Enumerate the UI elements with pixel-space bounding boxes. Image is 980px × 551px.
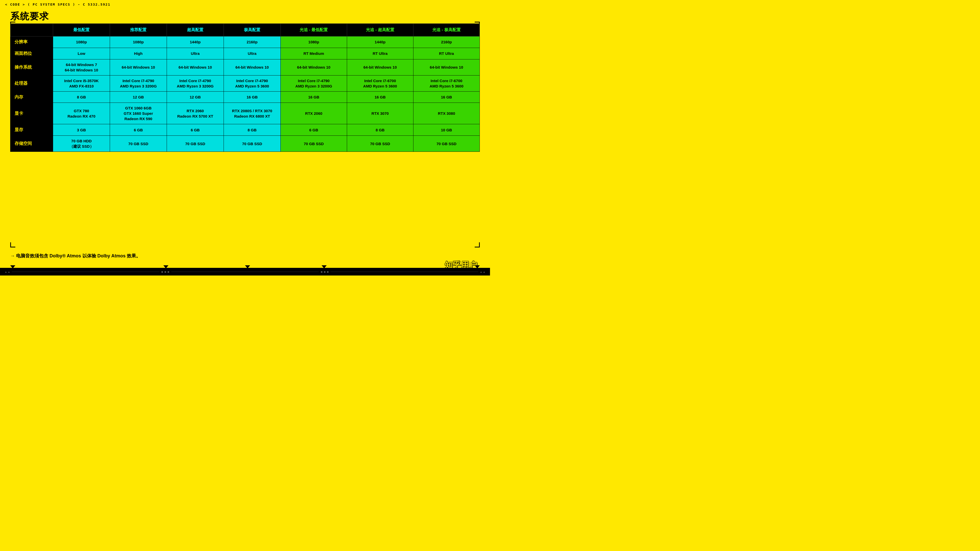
- row-label-7: 存储空间: [11, 136, 53, 152]
- bottom-bar-text-left: ▲ ▲: [5, 270, 10, 273]
- bottom-bar-text-mid2: ■ ■ ■: [321, 270, 328, 273]
- col-header-extreme: 极高配置: [224, 24, 280, 37]
- cell-r0-c3: 2160p: [224, 37, 280, 48]
- breadcrumb: < CODE > ( PC SYSTEM SPECS ) - C 5332.59…: [5, 3, 110, 6]
- row-label-0: 分辨率: [11, 37, 53, 48]
- cell-r6-c2: 6 GB: [167, 124, 224, 136]
- col-header-rt-extreme: 光追 - 极高配置: [413, 24, 479, 37]
- cell-r2-c2: 64-bit Windows 10: [167, 59, 224, 75]
- cell-r1-c1: High: [110, 48, 167, 59]
- bottom-bar-line-3: [331, 272, 478, 272]
- cell-r0-c5: 1440p: [347, 37, 413, 48]
- cell-r2-c6: 64-bit Windows 10: [413, 59, 479, 75]
- cell-r4-c4: 16 GB: [280, 91, 347, 103]
- cell-r6-c4: 6 GB: [280, 124, 347, 136]
- cell-r7-c3: 70 GB SSD: [224, 136, 280, 152]
- bottom-bar-text-right: ▲ ▲: [480, 270, 485, 273]
- cell-r2-c4: 64-bit Windows 10: [280, 59, 347, 75]
- cell-r4-c0: 8 GB: [53, 91, 110, 103]
- cell-r3-c2: Intel Core i7-4790AMD Ryzen 3 3200G: [167, 75, 224, 91]
- col-header-recommended: 推荐配置: [110, 24, 167, 37]
- cell-r6-c1: 6 GB: [110, 124, 167, 136]
- col-header-min: 最低配置: [53, 24, 110, 37]
- cell-r2-c5: 64-bit Windows 10: [347, 59, 413, 75]
- row-label-2: 操作系统: [11, 59, 53, 75]
- cell-r1-c0: Low: [53, 48, 110, 59]
- row-label-1: 画面档位: [11, 48, 53, 59]
- row-label-6: 显存: [11, 124, 53, 136]
- cell-r4-c6: 16 GB: [413, 91, 479, 103]
- cell-r4-c2: 12 GB: [167, 91, 224, 103]
- cell-r5-c3: RTX 2080S / RTX 3070Radeon RX 6800 XT: [224, 103, 280, 124]
- cell-r2-c1: 64-bit Windows 10: [110, 59, 167, 75]
- cell-r5-c4: RTX 2060: [280, 103, 347, 124]
- cell-r2-c3: 64-bit Windows 10: [224, 59, 280, 75]
- cell-r5-c0: GTX 780Radeon RX 470: [53, 103, 110, 124]
- cell-r7-c6: 70 GB SSD: [413, 136, 479, 152]
- col-header-ultra: 超高配置: [167, 24, 224, 37]
- bottom-bar-line-1: [12, 272, 159, 272]
- cell-r4-c3: 16 GB: [224, 91, 280, 103]
- cell-r3-c3: Intel Core i7-4790AMD Ryzen 5 3600: [224, 75, 280, 91]
- cell-r6-c0: 3 GB: [53, 124, 110, 136]
- specs-table-container: 最低配置 推荐配置 超高配置 极高配置 光追 - 最低配置 光追 - 超高配置 …: [10, 24, 480, 245]
- bottom-bar-text-mid1: ■ ■ ■: [162, 270, 169, 273]
- row-label-3: 处理器: [11, 75, 53, 91]
- cell-r3-c4: Intel Core i7-4790AMD Ryzen 3 3200G: [280, 75, 347, 91]
- cell-r3-c5: Intel Core i7-6700AMD Ryzen 5 3600: [347, 75, 413, 91]
- cell-r3-c1: Intel Core i7-4790AMD Ryzen 3 3200G: [110, 75, 167, 91]
- bottom-bar: ▲ ▲ ■ ■ ■ ■ ■ ■ ▲ ▲: [0, 268, 490, 275]
- col-header-rt-min: 光追 - 最低配置: [280, 24, 347, 37]
- cell-r1-c2: Ultra: [167, 48, 224, 59]
- col-header-rt-ultra: 光追 - 超高配置: [347, 24, 413, 37]
- cell-r6-c6: 10 GB: [413, 124, 479, 136]
- cell-r0-c1: 1080p: [110, 37, 167, 48]
- cell-r0-c4: 1080p: [280, 37, 347, 48]
- footnote: → 电脑音效须包含 Dolby® Atmos 以体验 Dolby Atmos 效…: [10, 253, 141, 259]
- cell-r3-c6: Intel Core i7-6700AMD Ryzen 5 3600: [413, 75, 479, 91]
- cell-r3-c0: Intel Core i5-3570KAMD FX-8310: [53, 75, 110, 91]
- row-label-4: 内存: [11, 91, 53, 103]
- cell-r6-c5: 8 GB: [347, 124, 413, 136]
- cell-r0-c0: 1080p: [53, 37, 110, 48]
- cell-r5-c2: RTX 2060Radeon RX 5700 XT: [167, 103, 224, 124]
- cell-r2-c0: 64-bit Windows 764-bit Windows 10: [53, 59, 110, 75]
- cell-r4-c5: 16 GB: [347, 91, 413, 103]
- cell-r4-c1: 12 GB: [110, 91, 167, 103]
- cell-r7-c4: 70 GB SSD: [280, 136, 347, 152]
- cell-r6-c3: 8 GB: [224, 124, 280, 136]
- cell-r1-c5: RT Ultra: [347, 48, 413, 59]
- specs-table: 最低配置 推荐配置 超高配置 极高配置 光追 - 最低配置 光追 - 超高配置 …: [10, 24, 480, 152]
- row-label-5: 显卡: [11, 103, 53, 124]
- cell-r1-c3: Ultra: [224, 48, 280, 59]
- cell-r7-c1: 70 GB SSD: [110, 136, 167, 152]
- cell-r5-c5: RTX 3070: [347, 103, 413, 124]
- cell-r5-c6: RTX 3080: [413, 103, 479, 124]
- cell-r0-c2: 1440p: [167, 37, 224, 48]
- page-title: 系统要求: [10, 10, 49, 23]
- cell-r1-c4: RT Medium: [280, 48, 347, 59]
- col-header-label: [11, 24, 53, 37]
- cell-r7-c2: 70 GB SSD: [167, 136, 224, 152]
- cell-r0-c6: 2160p: [413, 37, 479, 48]
- cell-r7-c5: 70 GB SSD: [347, 136, 413, 152]
- cell-r5-c1: GTX 1060 6GBGTX 1660 SuperRadeon RX 590: [110, 103, 167, 124]
- bottom-bar-line-2: [171, 272, 319, 272]
- cell-r1-c6: RT Ultra: [413, 48, 479, 59]
- cell-r7-c0: 70 GB HDD（建议 SSD）: [53, 136, 110, 152]
